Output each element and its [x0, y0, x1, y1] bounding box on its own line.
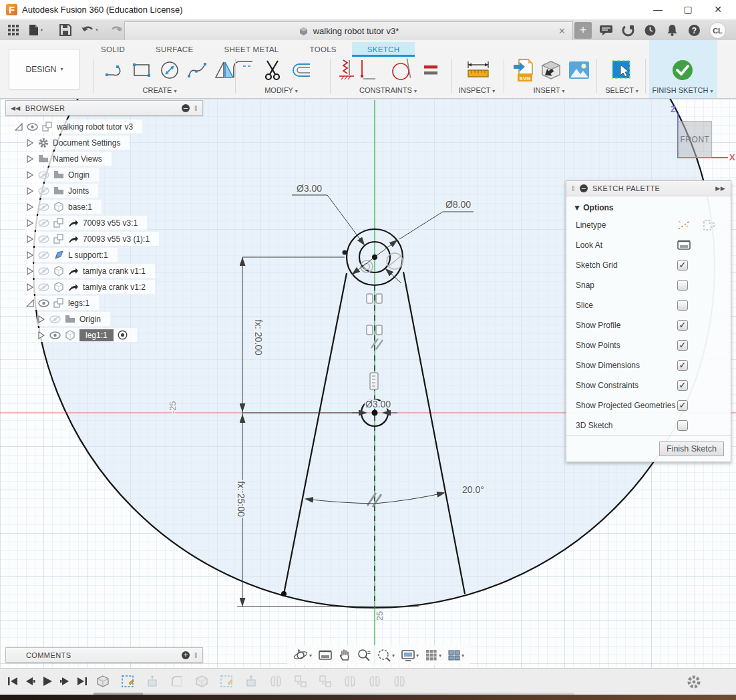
expand-open-icon[interactable]: [26, 299, 34, 307]
browser-item-walking-robot-tutor-v3[interactable]: walking robot tutor v3: [15, 120, 142, 134]
grid-settings-icon[interactable]: ▾: [423, 648, 443, 663]
sketch-canvas[interactable]: fx: 20.00 fx: 25.00 Ø3.00 Ø8.00 Ø3.00 2: [0, 99, 736, 668]
expand-closed-icon[interactable]: [26, 203, 34, 211]
timeline-feature-joint[interactable]: [367, 673, 383, 689]
insert-canvas-icon[interactable]: [568, 57, 590, 83]
visibility-eye-icon[interactable]: [38, 203, 49, 211]
palette-header[interactable]: ‖ – SKETCH PALETTE ▶▶: [566, 181, 731, 196]
constraint-tangent-icon[interactable]: [389, 57, 412, 83]
modify-fillet-icon[interactable]: [232, 57, 255, 83]
constraint-fixed-icon[interactable]: [335, 57, 358, 83]
visibility-eye-icon[interactable]: [38, 283, 49, 291]
visibility-eye-icon[interactable]: [38, 171, 49, 179]
visibility-eye-icon[interactable]: [38, 187, 49, 195]
browser-item-legs-1[interactable]: legs:1: [26, 296, 99, 310]
constraint-equal-icon[interactable]: [420, 57, 443, 83]
ribbon-tab-solid[interactable]: SOLID: [85, 42, 140, 57]
construction-linetype-icon[interactable]: [677, 219, 692, 231]
undo-icon[interactable]: [81, 23, 98, 37]
redo-icon[interactable]: [106, 23, 122, 37]
look-at-icon[interactable]: [677, 240, 691, 250]
browser-item-tamiya-crank-v1-2[interactable]: tamiya crank v1:2: [26, 280, 155, 294]
timeline-feature-extrude[interactable]: [243, 673, 259, 689]
insert-mesh-icon[interactable]: [540, 57, 562, 83]
zoom-window-icon[interactable]: ▾: [375, 647, 397, 663]
browser-item-70093-v55-v3-1-1[interactable]: 70093 v55 v3 (1):1: [26, 232, 159, 246]
activate-radio-icon[interactable]: [118, 330, 128, 340]
browser-item-document-settings[interactable]: Document Settings: [26, 136, 130, 150]
timeline-go-to-start-button[interactable]: [5, 675, 20, 688]
comments-header[interactable]: COMMENTS + ‖: [5, 647, 203, 663]
checkbox-checked[interactable]: ✓: [677, 380, 688, 391]
checkbox-unchecked[interactable]: [677, 280, 688, 291]
timeline-feature-fillet[interactable]: [169, 673, 185, 689]
browser-item-origin[interactable]: Origin: [26, 168, 99, 182]
modify-trim-icon[interactable]: [261, 57, 284, 83]
timeline-feature-sketch[interactable]: [218, 673, 234, 689]
save-icon[interactable]: [57, 23, 73, 37]
browser-item-named-views[interactable]: Named Views: [26, 152, 112, 166]
checkbox-checked[interactable]: ✓: [677, 260, 688, 271]
expand-closed-icon[interactable]: [37, 331, 45, 339]
ribbon-tab-tools[interactable]: TOOLS: [295, 42, 352, 57]
expand-closed-icon[interactable]: [26, 155, 34, 163]
user-avatar[interactable]: CL: [709, 22, 726, 39]
timeline-step-forward-button[interactable]: [57, 675, 72, 688]
timeline-feature-component[interactable]: [194, 673, 210, 689]
group-label-inspect[interactable]: INSPECT ▾: [437, 86, 517, 94]
ribbon-tab-sketch[interactable]: SKETCH: [352, 42, 415, 57]
browser-item-l-support-1[interactable]: L support:1: [26, 248, 118, 262]
bottom-left-point[interactable]: [281, 591, 287, 596]
browser-item-base-1[interactable]: base:1: [26, 200, 102, 214]
viewcube-front-face[interactable]: FRONT: [678, 121, 712, 158]
timeline-go-to-end-button[interactable]: [75, 675, 89, 688]
visibility-eye-icon[interactable]: [38, 219, 49, 227]
projected-linetype-icon[interactable]: [701, 219, 716, 231]
minimize-button[interactable]: —: [643, 0, 673, 19]
browser-header[interactable]: ◀◀ BROWSER – ‖: [5, 100, 203, 116]
middle-center-point[interactable]: [372, 410, 378, 416]
timeline-feature-extrude[interactable]: [144, 673, 160, 689]
expand-closed-icon[interactable]: [26, 219, 34, 227]
finish-sketch-button[interactable]: Finish Sketch: [659, 442, 724, 456]
create-spline-icon[interactable]: [186, 57, 209, 83]
ribbon-tab-surface[interactable]: SURFACE: [140, 42, 208, 57]
expand-closed-icon[interactable]: [26, 251, 34, 259]
display-settings-icon[interactable]: ▾: [399, 649, 421, 663]
expand-closed-icon[interactable]: [26, 187, 34, 195]
dimension-dia-mid[interactable]: Ø3.00: [365, 399, 391, 409]
expand-closed-icon[interactable]: [26, 267, 34, 275]
viewports-icon[interactable]: ▾: [446, 649, 466, 662]
create-rectangle-icon[interactable]: [130, 57, 153, 83]
orbit-icon[interactable]: ▾: [291, 647, 314, 663]
left-reference-point[interactable]: [343, 250, 347, 255]
visibility-eye-icon[interactable]: [38, 267, 49, 275]
palette-grip[interactable]: ‖: [572, 184, 575, 192]
job-status-clock-icon[interactable]: [642, 23, 658, 37]
tab-close-icon[interactable]: ✕: [558, 26, 566, 36]
finish-sketch-check-icon[interactable]: [671, 57, 694, 83]
zoom-icon[interactable]: ±: [355, 647, 373, 663]
browser-item-joints[interactable]: Joints: [26, 184, 98, 198]
document-tab[interactable]: walking robot tutor v3* ✕: [124, 21, 573, 40]
constraint-vertical-horizontal-icon[interactable]: [355, 57, 378, 83]
timeline-play-button[interactable]: [40, 675, 55, 688]
browser-minimize-icon[interactable]: –: [182, 104, 190, 112]
checkbox-checked[interactable]: ✓: [677, 320, 688, 331]
browser-grip[interactable]: ‖: [194, 104, 198, 112]
inspect-measure-icon[interactable]: [466, 57, 489, 83]
visibility-eye-icon[interactable]: [27, 123, 38, 131]
file-menu-icon[interactable]: [28, 23, 44, 37]
timeline-settings-gear-icon[interactable]: [687, 675, 701, 692]
browser-item-tamiya-crank-v1-1[interactable]: tamiya crank v1:1: [26, 264, 155, 278]
group-label-insert[interactable]: INSERT ▾: [509, 86, 589, 94]
extensions-icon[interactable]: [620, 23, 636, 37]
view-cube[interactable]: FRONT Z X: [669, 104, 736, 171]
modify-offset-icon[interactable]: [289, 57, 312, 83]
pan-icon[interactable]: [337, 647, 353, 663]
timeline-feature-joint[interactable]: [268, 673, 284, 689]
browser-item-leg1-1[interactable]: leg1:1: [37, 328, 137, 342]
comments-grip[interactable]: ‖: [194, 651, 198, 659]
group-label-create[interactable]: CREATE ▾: [120, 86, 200, 94]
visibility-eye-icon[interactable]: [49, 315, 61, 323]
